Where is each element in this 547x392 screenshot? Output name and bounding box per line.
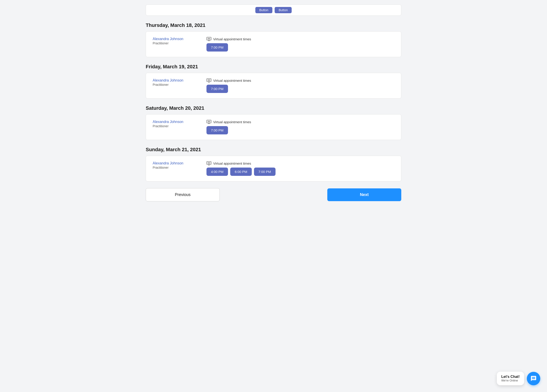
times-section-fri-mar-19: Virtual appointment times7:00 PM (206, 78, 394, 93)
day-heading-sun-mar-21: Sunday, March 21, 2021 (146, 147, 401, 153)
times-section-sun-mar-21: Virtual appointment times4:00 PM6:00 PM7… (206, 161, 394, 176)
appointment-card-thu-mar-18: Alexandra JohnsonPractitionerVirtual app… (146, 31, 401, 57)
practitioner-info-fri-mar-19: Alexandra JohnsonPractitioner (153, 78, 198, 86)
monitor-icon (206, 78, 212, 82)
time-buttons-thu-mar-18: 7:00 PM (206, 43, 394, 52)
practitioner-role-sat-mar-20: Practitioner (153, 124, 198, 128)
practitioner-info-sun-mar-21: Alexandra JohnsonPractitioner (153, 161, 198, 169)
day-section-sat-mar-20: Saturday, March 20, 2021Alexandra Johnso… (146, 105, 401, 140)
navigation-section: Previous Next (146, 188, 401, 201)
day-section-thu-mar-18: Thursday, March 18, 2021Alexandra Johnso… (146, 22, 401, 57)
svg-rect-9 (208, 80, 210, 81)
practitioner-info-sat-mar-20: Alexandra JohnsonPractitioner (153, 120, 198, 128)
time-buttons-sun-mar-21: 4:00 PM6:00 PM7:00 PM (206, 167, 394, 176)
previous-button[interactable]: Previous (146, 188, 220, 201)
times-section-sat-mar-20: Virtual appointment times7:00 PM (206, 120, 394, 134)
svg-rect-4 (208, 38, 210, 40)
practitioner-name-sun-mar-21[interactable]: Alexandra Johnson (153, 161, 198, 165)
practitioner-info-thu-mar-18: Alexandra JohnsonPractitioner (153, 37, 198, 45)
monitor-icon (206, 120, 212, 124)
practitioner-name-thu-mar-18[interactable]: Alexandra Johnson (153, 37, 198, 41)
practitioner-role-thu-mar-18: Practitioner (153, 41, 198, 45)
next-button[interactable]: Next (327, 188, 401, 201)
virtual-text-fri-mar-19: Virtual appointment times (213, 79, 251, 82)
virtual-text-thu-mar-18: Virtual appointment times (213, 37, 251, 41)
time-btn-thu-mar-18-0[interactable]: 7:00 PM (206, 43, 228, 52)
practitioner-role-fri-mar-19: Practitioner (153, 83, 198, 86)
svg-rect-19 (208, 162, 210, 164)
days-container: Thursday, March 18, 2021Alexandra Johnso… (146, 22, 401, 181)
page-container: Button Button Thursday, March 18, 2021Al… (137, 0, 410, 215)
chat-title: Let's Chat! (501, 375, 520, 379)
time-buttons-fri-mar-19: 7:00 PM (206, 85, 394, 93)
top-partial-btn-2[interactable]: Button (275, 7, 292, 13)
day-heading-fri-mar-19: Friday, March 19, 2021 (146, 64, 401, 70)
time-btn-sun-mar-21-2[interactable]: 7:00 PM (254, 167, 275, 176)
chat-widget: Let's Chat! We're Online (497, 372, 540, 385)
day-section-fri-mar-19: Friday, March 19, 2021Alexandra JohnsonP… (146, 64, 401, 99)
monitor-icon (206, 37, 212, 41)
day-section-sun-mar-21: Sunday, March 21, 2021Alexandra JohnsonP… (146, 147, 401, 181)
appointment-card-fri-mar-19: Alexandra JohnsonPractitionerVirtual app… (146, 73, 401, 99)
virtual-label-thu-mar-18: Virtual appointment times (206, 37, 394, 41)
appointment-card-sun-mar-21: Alexandra JohnsonPractitionerVirtual app… (146, 156, 401, 181)
time-btn-sun-mar-21-1[interactable]: 6:00 PM (230, 167, 252, 176)
time-btn-fri-mar-19-0[interactable]: 7:00 PM (206, 85, 228, 93)
times-section-thu-mar-18: Virtual appointment times7:00 PM (206, 37, 394, 52)
chat-icon-button[interactable] (527, 372, 540, 385)
svg-rect-14 (208, 121, 210, 122)
virtual-label-sat-mar-20: Virtual appointment times (206, 120, 394, 124)
appointment-card-sat-mar-20: Alexandra JohnsonPractitionerVirtual app… (146, 114, 401, 140)
monitor-icon (206, 161, 212, 165)
practitioner-role-sun-mar-21: Practitioner (153, 166, 198, 169)
virtual-label-fri-mar-19: Virtual appointment times (206, 78, 394, 82)
practitioner-name-fri-mar-19[interactable]: Alexandra Johnson (153, 78, 198, 82)
top-partial-card: Button Button (146, 5, 401, 16)
time-btn-sat-mar-20-0[interactable]: 7:00 PM (206, 126, 228, 134)
chat-icon (530, 375, 537, 382)
time-btn-sun-mar-21-0[interactable]: 4:00 PM (206, 167, 228, 176)
virtual-text-sun-mar-21: Virtual appointment times (213, 161, 251, 165)
day-heading-sat-mar-20: Saturday, March 20, 2021 (146, 105, 401, 111)
time-buttons-sat-mar-20: 7:00 PM (206, 126, 394, 134)
virtual-label-sun-mar-21: Virtual appointment times (206, 161, 394, 165)
chat-bubble: Let's Chat! We're Online (497, 372, 524, 385)
top-partial-btn-1[interactable]: Button (255, 7, 272, 13)
practitioner-name-sat-mar-20[interactable]: Alexandra Johnson (153, 120, 198, 124)
chat-subtitle: We're Online (501, 379, 520, 382)
day-heading-thu-mar-18: Thursday, March 18, 2021 (146, 22, 401, 28)
virtual-text-sat-mar-20: Virtual appointment times (213, 120, 251, 124)
